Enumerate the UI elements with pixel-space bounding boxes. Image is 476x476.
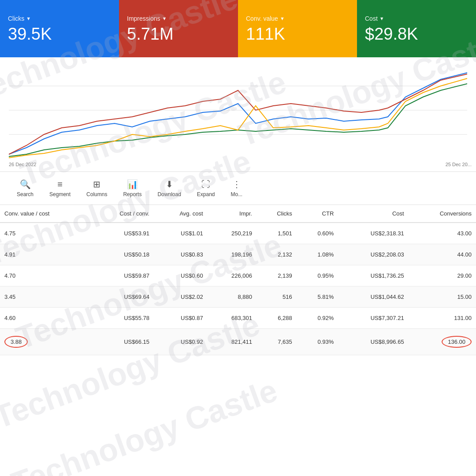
col-header-0: Conv. value / cost [0,205,89,223]
cell-1-avg_cost: US$0.83 [154,244,208,265]
cell-0-clicks: 1,501 [257,223,297,244]
toolbar: 🔍 Search ≡ Segment ⊞ Columns 📊 Reports ⬇… [0,172,476,205]
toolbar-item-columns[interactable]: ⊞ Columns [78,176,115,200]
table-row: 4.75US$53.91US$1.01250,2191,5010.60%US$2… [0,223,476,244]
cell-0-cost: US$2,318.31 [338,223,408,244]
metric-tile-clicks[interactable]: Clicks ▼ 39.5K [0,0,119,57]
cell-1-clicks: 2,132 [257,244,297,265]
toolbar-icon-segment: ≡ [57,179,63,190]
highlight-circle-conversions: 136.00 [442,336,472,348]
col-header-6: Cost [338,205,408,223]
metric-tile-impressions[interactable]: Impressions ▼ 5.71M [119,0,238,57]
cell-5-conversions: 136.00 [409,329,476,355]
cell-4-cost_conv: US$55.78 [89,308,154,329]
table-row: 4.70US$59.87US$0.60226,0062,1390.95%US$1… [0,265,476,286]
cell-1-conv_value_cost: 4.91 [0,244,89,265]
cell-4-conv_value_cost: 4.60 [0,308,89,329]
cell-4-clicks: 6,288 [257,308,297,329]
watermark-text-7: Technology Castle [7,372,282,476]
toolbar-label-search: Search [17,191,33,197]
metric-tile-cost[interactable]: Cost ▼ $29.8K [357,0,476,57]
metric-value-clicks: 39.5K [8,26,111,42]
table-header: Conv. value / costCost / conv.Avg. costI… [0,205,476,223]
cell-5-avg_cost: US$0.92 [154,329,208,355]
cell-1-conversions: 44.00 [409,244,476,265]
metric-arrow-conv_value: ▼ [280,16,285,21]
cell-0-avg_cost: US$1.01 [154,223,208,244]
toolbar-label-columns: Columns [86,191,107,197]
cell-1-ctr: 1.08% [297,244,338,265]
metric-label-clicks: Clicks ▼ [8,15,111,22]
col-header-2: Avg. cost [154,205,208,223]
cell-5-clicks: 7,635 [257,329,297,355]
metric-arrow-clicks: ▼ [26,16,31,21]
table-row: 4.91US$50.18US$0.83198,1962,1321.08%US$2… [0,244,476,265]
metric-label-impressions: Impressions ▼ [127,15,230,22]
data-table: Conv. value / costCost / conv.Avg. costI… [0,205,476,355]
cell-4-cost: US$7,307.21 [338,308,408,329]
table-row: 3.88US$66.15US$0.92821,4117,6350.93%US$8… [0,329,476,355]
metric-arrow-cost: ▼ [379,16,384,21]
cell-0-impr: 250,219 [208,223,257,244]
toolbar-item-more[interactable]: ⋮ Mo... [223,176,251,200]
cell-3-cost: US$1,044.62 [338,286,408,308]
cell-4-conversions: 131.00 [409,308,476,329]
chart-svg [9,62,467,159]
cell-5-cost_conv: US$66.15 [89,329,154,355]
chart-area: 26 Dec 2022 25 Dec 20... [0,57,476,172]
col-header-3: Impr. [208,205,257,223]
cell-5-conv_value_cost: 3.88 [0,329,89,355]
cell-3-ctr: 5.81% [297,286,338,308]
toolbar-icon-columns: ⊞ [93,179,100,190]
table-body: 4.75US$53.91US$1.01250,2191,5010.60%US$2… [0,223,476,355]
cell-2-conversions: 29.00 [409,265,476,286]
cell-3-cost_conv: US$69.64 [89,286,154,308]
table-row: 4.60US$55.78US$0.87683,3016,2880.92%US$7… [0,308,476,329]
cell-2-impr: 226,006 [208,265,257,286]
cell-0-cost_conv: US$53.91 [89,223,154,244]
metric-value-cost: $29.8K [365,26,468,42]
metric-arrow-impressions: ▼ [162,16,167,21]
metric-tile-conv_value[interactable]: Conv. value ▼ 111K [238,0,357,57]
metric-label-conv_value: Conv. value ▼ [246,15,349,22]
col-header-4: Clicks [257,205,297,223]
toolbar-label-expand: Expand [197,191,215,197]
cell-1-impr: 198,196 [208,244,257,265]
toolbar-label-download: Download [157,191,181,197]
toolbar-icon-search: 🔍 [20,179,31,190]
metric-label-cost: Cost ▼ [365,15,468,22]
toolbar-item-download[interactable]: ⬇ Download [149,176,189,200]
cell-0-conv_value_cost: 4.75 [0,223,89,244]
cell-5-cost: US$8,996.65 [338,329,408,355]
cell-3-avg_cost: US$2.02 [154,286,208,308]
cell-4-avg_cost: US$0.87 [154,308,208,329]
cell-4-ctr: 0.92% [297,308,338,329]
cell-0-conversions: 43.00 [409,223,476,244]
cell-2-cost_conv: US$59.87 [89,265,154,286]
cell-0-ctr: 0.60% [297,223,338,244]
cell-3-conv_value_cost: 3.45 [0,286,89,308]
toolbar-label-reports: Reports [123,191,141,197]
cell-2-conv_value_cost: 4.70 [0,265,89,286]
toolbar-icon-reports: 📊 [127,179,138,190]
header-row: Conv. value / costCost / conv.Avg. costI… [0,205,476,223]
metrics-bar: Clicks ▼ 39.5K Impressions ▼ 5.71M Conv.… [0,0,476,57]
toolbar-icon-download: ⬇ [166,179,173,190]
toolbar-icon-more: ⋮ [232,179,241,190]
chart-date-start: 26 Dec 2022 [9,162,36,167]
table-container: Conv. value / costCost / conv.Avg. costI… [0,205,476,355]
toolbar-item-reports[interactable]: 📊 Reports [115,176,149,200]
col-header-5: CTR [297,205,338,223]
cell-5-ctr: 0.93% [297,329,338,355]
cell-2-clicks: 2,139 [257,265,297,286]
cell-3-conversions: 15.00 [409,286,476,308]
cell-4-impr: 683,301 [208,308,257,329]
cell-2-cost: US$1,736.25 [338,265,408,286]
toolbar-item-search[interactable]: 🔍 Search [9,176,41,200]
cell-2-avg_cost: US$0.60 [154,265,208,286]
cell-3-clicks: 516 [257,286,297,308]
toolbar-item-segment[interactable]: ≡ Segment [41,177,78,200]
highlight-circle-conv_value_cost: 3.88 [4,336,28,348]
chart-date-end: 25 Dec 20... [446,162,472,167]
toolbar-item-expand[interactable]: ⛶ Expand [189,177,223,200]
